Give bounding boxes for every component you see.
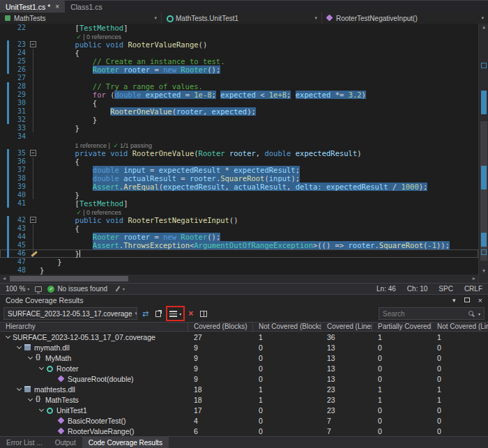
import-results-button[interactable]: ⇄ — [140, 307, 151, 320]
horizontal-scrollbar[interactable]: ◄ ► — [0, 275, 488, 283]
line-number[interactable]: 48 — [10, 266, 29, 275]
code-line[interactable]: 26 Rooter rooter = new Rooter(); — [0, 65, 478, 74]
line-number[interactable]: 27 — [10, 74, 29, 82]
code-line[interactable]: 32 } — [0, 116, 478, 124]
line-number[interactable]: 31 — [10, 107, 29, 116]
code-line[interactable]: 29 for (double expected = 1e-8; expected… — [0, 91, 478, 99]
line-number[interactable]: 37 — [10, 166, 29, 174]
line-number[interactable]: 24 — [10, 49, 29, 57]
code-line[interactable]: 42− public void RooterTestNegativeInput(… — [0, 216, 478, 224]
scroll-left-icon[interactable]: ◄ — [0, 275, 8, 283]
member-dropdown[interactable]: RooterTestNegativeInput() ▾ — [322, 13, 488, 24]
fold-collapse-icon[interactable]: − — [30, 41, 36, 47]
line-number[interactable]: 29 — [10, 91, 29, 99]
code-line[interactable]: 24 { — [0, 49, 478, 57]
code-line[interactable]: 48} — [0, 266, 478, 275]
code-line[interactable]: 28 // Try a range of values. — [0, 82, 478, 91]
codelens-row[interactable]: 1 reference | ✓1/1 passing — [0, 141, 478, 149]
line-number[interactable]: 30 — [10, 99, 29, 107]
line-number[interactable]: 22 — [10, 24, 29, 32]
export-results-button[interactable] — [153, 307, 163, 320]
line-number[interactable]: 42 — [10, 216, 29, 224]
line-number[interactable]: 33 — [10, 124, 29, 132]
scroll-right-icon[interactable]: ► — [470, 275, 478, 283]
line-number[interactable] — [10, 141, 29, 149]
code-line[interactable]: 47 } — [0, 258, 478, 266]
line-indicator[interactable]: Ln: 46 — [376, 285, 396, 293]
code-line[interactable]: 38 double actualResult = rooter.SquareRo… — [0, 174, 478, 183]
code-line[interactable]: 22 [TestMethod] — [0, 24, 478, 32]
spaces-indicator[interactable]: SPC — [439, 285, 453, 293]
vertical-scrollbar[interactable]: ▲ ▼ — [478, 24, 488, 275]
document-tab[interactable]: UnitTest1.cs*× — [0, 1, 65, 13]
tree-expander-icon[interactable] — [36, 409, 46, 411]
codelens-row[interactable]: ✓| 0 references — [0, 32, 478, 40]
code-line[interactable]: 34 — [0, 132, 478, 141]
line-number[interactable]: 34 — [10, 132, 29, 141]
line-number[interactable] — [10, 32, 29, 40]
code-line[interactable]: 27 — [0, 74, 478, 82]
code-line[interactable]: 41 [TestMethod] — [0, 199, 478, 208]
code-line[interactable]: 31 RooterOneValue(rooter, expected); — [0, 107, 478, 116]
line-ending-indicator[interactable]: CRLF — [464, 285, 482, 293]
line-number[interactable]: 26 — [10, 65, 29, 74]
line-number[interactable]: 32 — [10, 116, 29, 124]
line-number[interactable]: 28 — [10, 82, 29, 91]
line-number[interactable]: 39 — [10, 183, 29, 191]
table-row[interactable]: mathtests.dll1812311 — [0, 384, 488, 394]
code-line[interactable]: 45 Assert.ThrowsException<ArgumentOutOfR… — [0, 241, 478, 249]
code-editor[interactable]: 22 [TestMethod] ✓| 0 references23− publi… — [0, 24, 488, 275]
column-header[interactable]: Hierarchy — [0, 323, 188, 331]
code-line[interactable]: 25 // Create an instance to test. — [0, 57, 478, 65]
close-icon[interactable]: × — [55, 3, 59, 10]
screen-icon[interactable] — [35, 286, 42, 292]
scroll-down-icon[interactable]: ▼ — [479, 268, 488, 275]
line-number[interactable]: 47 — [10, 258, 29, 266]
line-number[interactable]: 41 — [10, 199, 29, 208]
line-number[interactable]: 35 — [10, 149, 29, 157]
chevron-down-icon[interactable]: ▾ — [478, 311, 480, 316]
bottom-tab[interactable]: Output — [49, 437, 82, 448]
coverage-file-dropdown[interactable]: SURFACE_2023-12-05.13_17.coverage ▾ — [3, 307, 137, 320]
code-line[interactable]: 36 { — [0, 157, 478, 166]
fold-collapse-icon[interactable]: − — [30, 217, 36, 223]
code-line[interactable]: 35− private void RooterOneValue(Rooter r… — [0, 149, 478, 157]
code-line[interactable]: 46 } — [0, 249, 478, 258]
tree-expander-icon[interactable] — [25, 399, 35, 401]
line-number[interactable]: 43 — [10, 224, 29, 233]
line-number[interactable]: 38 — [10, 174, 29, 183]
code-line[interactable]: 43 { — [0, 224, 478, 233]
tree-expander-icon[interactable] — [14, 346, 24, 348]
table-row[interactable]: Rooter901300 — [0, 363, 488, 373]
document-tab[interactable]: Class1.cs — [65, 1, 108, 13]
codelens-row[interactable]: ✓| 0 references — [0, 208, 478, 216]
tree-expander-icon[interactable] — [3, 336, 13, 338]
scrollbar-thumb[interactable] — [10, 276, 128, 281]
panel-title-bar[interactable]: Code Coverage Results ▾ × — [0, 294, 488, 305]
code-line[interactable]: 44 Rooter rooter = new Rooter(); — [0, 233, 478, 241]
remove-coverage-button[interactable]: × — [186, 307, 195, 320]
line-number[interactable]: 36 — [10, 157, 29, 166]
search-icon[interactable] — [468, 311, 473, 316]
column-indicator[interactable]: Ch: 10 — [407, 285, 427, 293]
column-header[interactable]: Not Covered (Blocks) — [253, 323, 321, 331]
zoom-level[interactable]: 100 % — [6, 285, 25, 293]
codelens-text[interactable]: | 0 references — [83, 33, 121, 40]
search-input[interactable] — [383, 310, 467, 318]
tree-expander-icon[interactable] — [14, 388, 24, 390]
scroll-up-icon[interactable]: ▲ — [479, 24, 488, 31]
codelens-text[interactable]: | 0 references — [83, 209, 121, 216]
line-number[interactable]: 46 — [10, 249, 29, 258]
bottom-tab[interactable]: Code Coverage Results — [82, 437, 169, 448]
column-header[interactable]: Not Covered (Lines) — [432, 323, 488, 331]
fold-collapse-icon[interactable]: − — [30, 150, 36, 156]
code-line[interactable]: 37 double input = expectedResult * expec… — [0, 166, 478, 174]
table-row[interactable]: RooterValueRange()60700 — [0, 426, 488, 436]
project-dropdown[interactable]: MathTests ▾ — [0, 13, 162, 24]
table-row[interactable]: MathTests1812311 — [0, 394, 488, 405]
code-line[interactable]: 30 { — [0, 99, 478, 107]
bottom-tab[interactable]: Error List ... — [0, 437, 49, 448]
table-row[interactable]: SquareRoot(double)901300 — [0, 373, 488, 384]
line-number[interactable]: 25 — [10, 57, 29, 65]
line-number[interactable]: 23 — [10, 40, 29, 49]
